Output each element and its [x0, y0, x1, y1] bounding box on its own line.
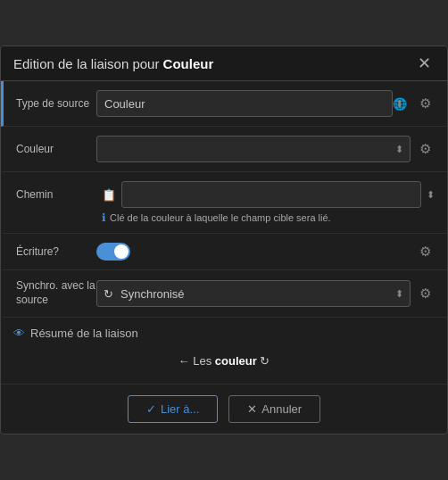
- summary-highlight: couleur: [215, 354, 257, 368]
- link-button[interactable]: ✓ Lier à...: [128, 395, 218, 423]
- synchro-gear-button[interactable]: ⚙: [416, 284, 435, 303]
- close-button[interactable]: ✕: [414, 55, 435, 71]
- summary-eye-icon: 👁: [13, 327, 25, 340]
- dialog-footer: ✓ Lier à... ✕ Annuler: [1, 385, 447, 434]
- summary-arrow-icon: ←: [178, 354, 190, 368]
- document-icon: 📋: [102, 188, 116, 202]
- ecriture-toggle[interactable]: [96, 243, 130, 261]
- synchro-row: Synchro. avec la source Synchronisé ↻ ⬍ …: [1, 270, 447, 317]
- dialog: Edition de la liaison pour Couleur ✕ Typ…: [0, 46, 448, 434]
- source-type-label: Type de source: [16, 97, 96, 112]
- synchro-select-wrapper: Synchronisé ↻ ⬍: [96, 280, 411, 307]
- dialog-body: Type de source Couleur 🌐 ⬍ ⚙ Couleur: [1, 81, 447, 433]
- couleur-row: Couleur ⬍ ⚙: [1, 127, 447, 172]
- source-type-row: Type de source Couleur 🌐 ⬍ ⚙: [1, 81, 447, 127]
- link-icon: ✓: [146, 402, 156, 416]
- couleur-gear-button[interactable]: ⚙: [416, 139, 435, 159]
- ecriture-gear-button[interactable]: ⚙: [416, 242, 435, 261]
- summary-header-label: Résumé de la liaison: [30, 327, 138, 340]
- source-type-control: Couleur 🌐 ⬍ ⚙: [96, 90, 435, 117]
- source-type-select-wrapper: Couleur 🌐 ⬍: [96, 90, 411, 117]
- link-label: Lier à...: [161, 402, 199, 416]
- toggle-slider: [96, 243, 130, 261]
- cancel-button[interactable]: ✕ Annuler: [228, 395, 320, 423]
- summary-section: 👁 Résumé de la liaison ← Les couleur ↻: [1, 318, 447, 385]
- synchro-control: Synchronisé ↻ ⬍ ⚙: [96, 280, 435, 307]
- chemin-label: Chemin: [16, 188, 96, 203]
- title-prefix: Edition de la liaison pour: [13, 56, 163, 71]
- chemin-row: Chemin 📋 ⬍ ℹ Clé de la couleur à laquell…: [1, 172, 447, 234]
- ecriture-label: Écriture?: [16, 245, 96, 260]
- source-type-gear-button[interactable]: ⚙: [416, 94, 435, 113]
- couleur-select[interactable]: [96, 136, 411, 162]
- couleur-label: Couleur: [16, 143, 96, 157]
- hint-info-icon: ℹ: [102, 211, 106, 224]
- dialog-header: Edition de la liaison pour Couleur ✕: [1, 46, 447, 81]
- chemin-arrow-icon: ⬍: [427, 189, 435, 201]
- synchro-select[interactable]: Synchronisé: [96, 280, 411, 307]
- globe-icon: 🌐: [393, 97, 407, 111]
- couleur-control: ⬍ ⚙: [96, 136, 435, 162]
- chemin-hint: ℹ Clé de la couleur à laquelle le champ …: [102, 211, 331, 224]
- summary-text-part1: Les: [193, 354, 215, 368]
- cancel-icon: ✕: [247, 402, 257, 416]
- synchro-label: Synchro. avec la source: [16, 279, 96, 307]
- source-type-select[interactable]: Couleur: [96, 90, 393, 117]
- summary-content: ← Les couleur ↻: [13, 347, 435, 375]
- dialog-title: Edition de la liaison pour Couleur: [13, 56, 213, 71]
- summary-header: 👁 Résumé de la liaison: [13, 327, 435, 340]
- summary-sync-icon: ↻: [260, 354, 270, 368]
- ecriture-control: [96, 243, 435, 261]
- title-highlight: Couleur: [163, 56, 214, 71]
- chemin-input[interactable]: [121, 181, 421, 208]
- cancel-label: Annuler: [261, 402, 302, 416]
- ecriture-row: Écriture? ⚙: [1, 234, 447, 270]
- couleur-select-wrapper: ⬍: [96, 136, 411, 162]
- chemin-hint-text: Clé de la couleur à laquelle le champ ci…: [110, 212, 331, 223]
- chemin-input-line: 📋 ⬍: [102, 181, 435, 208]
